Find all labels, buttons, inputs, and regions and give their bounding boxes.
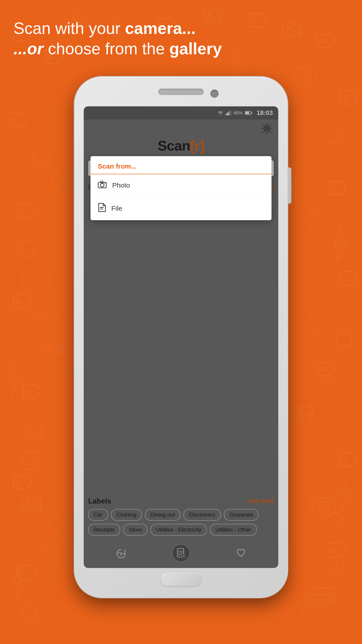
svg-line-23 bbox=[350, 345, 355, 351]
svg-line-19 bbox=[341, 142, 346, 147]
header-line2: ...or choose from the gallery bbox=[14, 38, 348, 59]
svg-rect-39 bbox=[312, 498, 335, 515]
file-label: File bbox=[111, 204, 122, 212]
header-line1-bold: camera... bbox=[125, 19, 196, 37]
header-line2-normal: choose from the bbox=[44, 40, 169, 58]
svg-rect-38 bbox=[27, 450, 34, 453]
svg-point-22 bbox=[336, 332, 352, 347]
svg-point-34 bbox=[300, 71, 310, 81]
svg-line-21 bbox=[33, 255, 38, 260]
svg-point-43 bbox=[326, 240, 344, 258]
svg-rect-14 bbox=[317, 588, 335, 602]
phone-home-button bbox=[161, 572, 201, 586]
svg-point-45 bbox=[326, 557, 344, 575]
header-line1: Scan with your camera... bbox=[14, 18, 348, 38]
svg-point-15 bbox=[321, 592, 324, 594]
svg-point-24 bbox=[26, 422, 42, 438]
scan-from-dialog: Scan from... Photo bbox=[90, 156, 272, 220]
phone-side-button bbox=[287, 168, 292, 204]
svg-rect-8 bbox=[45, 340, 63, 353]
svg-point-13 bbox=[27, 501, 30, 504]
svg-rect-33 bbox=[294, 68, 317, 85]
camera-icon bbox=[98, 180, 107, 190]
file-icon bbox=[98, 203, 106, 214]
svg-point-20 bbox=[19, 241, 35, 257]
svg-point-11 bbox=[298, 410, 301, 413]
svg-point-16 bbox=[33, 150, 49, 166]
header-line2-bold: gallery bbox=[169, 40, 222, 58]
svg-rect-76 bbox=[101, 181, 103, 183]
phone-outer-shell: 66% 18:03 bbox=[75, 77, 287, 598]
svg-point-77 bbox=[104, 183, 106, 184]
phone-screen: 66% 18:03 bbox=[84, 106, 278, 568]
svg-rect-41 bbox=[317, 496, 324, 498]
svg-rect-10 bbox=[294, 407, 312, 421]
svg-rect-55 bbox=[45, 543, 72, 561]
svg-line-27 bbox=[341, 526, 346, 532]
popup-title: Scan from... bbox=[90, 156, 272, 174]
svg-point-28 bbox=[22, 603, 37, 619]
popup-file-item[interactable]: File bbox=[90, 197, 272, 220]
svg-rect-58 bbox=[306, 588, 332, 606]
svg-rect-36 bbox=[22, 452, 45, 470]
svg-line-25 bbox=[40, 436, 45, 441]
photo-label: Photo bbox=[112, 182, 130, 189]
phone-mockup: 66% 18:03 bbox=[75, 77, 287, 598]
svg-point-9 bbox=[50, 342, 52, 345]
svg-rect-12 bbox=[22, 498, 41, 512]
header-line2-or: ...or bbox=[14, 40, 44, 58]
svg-rect-49 bbox=[22, 272, 50, 290]
svg-rect-52 bbox=[306, 317, 332, 335]
svg-point-37 bbox=[29, 456, 39, 466]
popup-photo-item[interactable]: Photo bbox=[90, 174, 272, 197]
header-text: Scan with your camera... ...or choose fr… bbox=[14, 18, 348, 59]
phone-camera-dot bbox=[210, 90, 218, 98]
svg-point-26 bbox=[327, 512, 343, 528]
svg-line-29 bbox=[35, 617, 41, 622]
svg-line-17 bbox=[46, 164, 52, 170]
svg-point-75 bbox=[100, 183, 104, 187]
phone-speaker bbox=[158, 89, 204, 95]
svg-point-3 bbox=[208, 12, 211, 15]
svg-point-40 bbox=[318, 501, 328, 511]
svg-point-18 bbox=[327, 128, 343, 144]
header-line1-prefix: Scan with your bbox=[14, 19, 125, 37]
svg-rect-35 bbox=[299, 66, 306, 68]
